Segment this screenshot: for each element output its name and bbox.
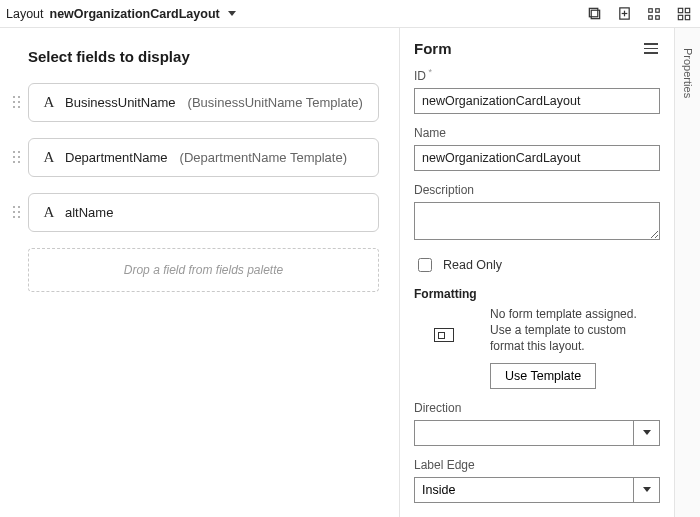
properties-rail-tab[interactable]: Properties: [674, 28, 700, 517]
grid-large-icon[interactable]: [676, 6, 692, 22]
field-name: BusinessUnitName: [65, 95, 176, 110]
readonly-row[interactable]: Read Only: [414, 255, 660, 275]
text-type-icon: A: [41, 204, 57, 221]
layout-switcher[interactable]: Layout newOrganizationCardLayout: [6, 7, 236, 21]
field-card[interactable]: ABusinessUnitName(BusinessUnitName Templ…: [28, 83, 379, 122]
id-field[interactable]: [414, 88, 660, 114]
readonly-label: Read Only: [443, 258, 502, 272]
name-field[interactable]: [414, 145, 660, 171]
svg-rect-9: [678, 8, 682, 12]
workspace: Select fields to display ABusinessUnitNa…: [0, 28, 700, 517]
svg-rect-5: [649, 8, 653, 12]
label-edge-value[interactable]: [415, 478, 633, 502]
label-edge-select[interactable]: [414, 477, 660, 503]
direction-select[interactable]: [414, 420, 660, 446]
drag-handle-icon[interactable]: [6, 206, 28, 219]
field-template: (DepartmentName Template): [180, 150, 347, 165]
top-bar: Layout newOrganizationCardLayout: [0, 0, 700, 28]
svg-rect-7: [649, 15, 653, 19]
text-type-icon: A: [41, 94, 57, 111]
top-icon-bar: [586, 6, 692, 22]
direction-label: Direction: [414, 401, 660, 415]
field-row[interactable]: ADepartmentName(DepartmentName Template): [6, 138, 379, 177]
svg-rect-8: [656, 15, 660, 19]
field-name: altName: [65, 205, 113, 220]
field-row[interactable]: ABusinessUnitName(BusinessUnitName Templ…: [6, 83, 379, 122]
svg-rect-10: [685, 8, 689, 12]
direction-value[interactable]: [415, 421, 633, 445]
new-file-icon[interactable]: [616, 6, 632, 22]
dropzone-text: Drop a field from fields palette: [124, 263, 283, 277]
name-label: Name: [414, 126, 660, 140]
field-card[interactable]: AaltName: [28, 193, 379, 232]
grid-small-icon[interactable]: [646, 6, 662, 22]
panel-title: Form: [414, 40, 452, 57]
description-label: Description: [414, 183, 660, 197]
field-dropzone[interactable]: Drop a field from fields palette: [28, 248, 379, 292]
svg-rect-6: [656, 8, 660, 12]
layout-name: newOrganizationCardLayout: [50, 7, 220, 21]
formatting-message: No form template assigned. Use a templat…: [490, 306, 660, 355]
id-label: ID: [414, 67, 660, 83]
canvas-heading: Select fields to display: [28, 48, 379, 65]
properties-panel: Form ID Name Description Read Only Forma…: [399, 28, 674, 517]
drag-handle-icon[interactable]: [6, 151, 28, 164]
formatting-label: Formatting: [414, 287, 660, 301]
label-edge-label: Label Edge: [414, 458, 660, 472]
field-name: DepartmentName: [65, 150, 168, 165]
chevron-down-icon: [228, 11, 236, 16]
text-type-icon: A: [41, 149, 57, 166]
field-row[interactable]: AaltName: [6, 193, 379, 232]
template-thumbnail-icon: [414, 306, 478, 362]
description-field[interactable]: [414, 202, 660, 240]
field-card[interactable]: ADepartmentName(DepartmentName Template): [28, 138, 379, 177]
rail-label: Properties: [682, 48, 694, 98]
svg-rect-12: [685, 15, 689, 19]
panel-menu-icon[interactable]: [642, 41, 660, 56]
readonly-checkbox[interactable]: [418, 258, 432, 272]
chevron-down-icon[interactable]: [633, 421, 659, 445]
use-template-button[interactable]: Use Template: [490, 363, 596, 389]
duplicate-icon[interactable]: [586, 6, 602, 22]
drag-handle-icon[interactable]: [6, 96, 28, 109]
chevron-down-icon[interactable]: [633, 478, 659, 502]
svg-rect-11: [678, 15, 682, 19]
canvas-area: Select fields to display ABusinessUnitNa…: [0, 28, 399, 517]
field-template: (BusinessUnitName Template): [188, 95, 363, 110]
layout-prefix: Layout: [6, 7, 44, 21]
